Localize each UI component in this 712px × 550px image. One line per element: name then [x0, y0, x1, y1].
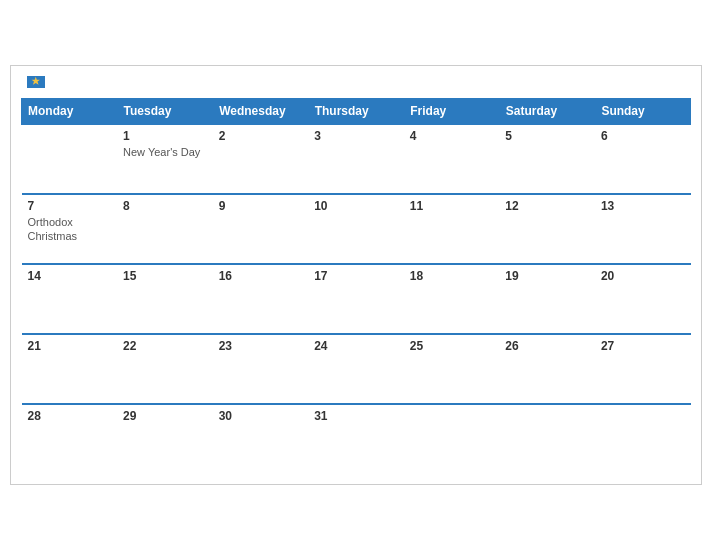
- day-number: 22: [123, 339, 207, 353]
- weekday-header-wednesday: Wednesday: [213, 99, 309, 125]
- calendar-cell: 20: [595, 264, 691, 334]
- day-number: 26: [505, 339, 589, 353]
- calendar-container: MondayTuesdayWednesdayThursdayFridaySatu…: [10, 65, 702, 485]
- calendar-cell: 1New Year's Day: [117, 124, 213, 194]
- calendar-cell: 5: [499, 124, 595, 194]
- week-row-2: 7Orthodox Christmas8910111213: [22, 194, 691, 264]
- calendar-cell: 29: [117, 404, 213, 474]
- day-number: 21: [28, 339, 112, 353]
- calendar-cell: 22: [117, 334, 213, 404]
- calendar-cell: 11: [404, 194, 500, 264]
- weekday-header-saturday: Saturday: [499, 99, 595, 125]
- day-number: 18: [410, 269, 494, 283]
- calendar-header: [21, 76, 691, 88]
- holiday-name: New Year's Day: [123, 145, 207, 159]
- day-number: 10: [314, 199, 398, 213]
- weekday-header-tuesday: Tuesday: [117, 99, 213, 125]
- day-number: 2: [219, 129, 303, 143]
- calendar-cell: 17: [308, 264, 404, 334]
- calendar-cell: 27: [595, 334, 691, 404]
- logo-flag-icon: [27, 76, 45, 88]
- day-number: 13: [601, 199, 685, 213]
- calendar-cell: 28: [22, 404, 118, 474]
- calendar-cell: 19: [499, 264, 595, 334]
- day-number: 3: [314, 129, 398, 143]
- calendar-cell: 12: [499, 194, 595, 264]
- calendar-cell: 7Orthodox Christmas: [22, 194, 118, 264]
- week-row-4: 21222324252627: [22, 334, 691, 404]
- calendar-cell: 26: [499, 334, 595, 404]
- day-number: 1: [123, 129, 207, 143]
- calendar-cell: 6: [595, 124, 691, 194]
- day-number: 30: [219, 409, 303, 423]
- day-number: 14: [28, 269, 112, 283]
- day-number: 17: [314, 269, 398, 283]
- calendar-cell: 9: [213, 194, 309, 264]
- calendar-thead: MondayTuesdayWednesdayThursdayFridaySatu…: [22, 99, 691, 125]
- calendar-cell: [595, 404, 691, 474]
- week-row-5: 28293031: [22, 404, 691, 474]
- day-number: 24: [314, 339, 398, 353]
- calendar-cell: 3: [308, 124, 404, 194]
- weekday-header-friday: Friday: [404, 99, 500, 125]
- calendar-cell: 15: [117, 264, 213, 334]
- day-number: 16: [219, 269, 303, 283]
- weekday-header-sunday: Sunday: [595, 99, 691, 125]
- calendar-cell: 16: [213, 264, 309, 334]
- calendar-cell: 30: [213, 404, 309, 474]
- week-row-1: 1New Year's Day23456: [22, 124, 691, 194]
- day-number: 15: [123, 269, 207, 283]
- calendar-cell: 8: [117, 194, 213, 264]
- weekday-header-thursday: Thursday: [308, 99, 404, 125]
- day-number: 28: [28, 409, 112, 423]
- calendar-cell: 2: [213, 124, 309, 194]
- calendar-cell: 10: [308, 194, 404, 264]
- day-number: 7: [28, 199, 112, 213]
- day-number: 23: [219, 339, 303, 353]
- day-number: 27: [601, 339, 685, 353]
- calendar-cell: [404, 404, 500, 474]
- day-number: 31: [314, 409, 398, 423]
- calendar-cell: [499, 404, 595, 474]
- day-number: 5: [505, 129, 589, 143]
- calendar-cell: 4: [404, 124, 500, 194]
- day-number: 9: [219, 199, 303, 213]
- day-number: 12: [505, 199, 589, 213]
- weekday-header-monday: Monday: [22, 99, 118, 125]
- calendar-cell: 13: [595, 194, 691, 264]
- calendar-cell: 21: [22, 334, 118, 404]
- calendar-cell: 18: [404, 264, 500, 334]
- day-number: 8: [123, 199, 207, 213]
- calendar-cell: 31: [308, 404, 404, 474]
- holiday-name: Orthodox Christmas: [28, 215, 112, 244]
- week-row-3: 14151617181920: [22, 264, 691, 334]
- day-number: 20: [601, 269, 685, 283]
- calendar-cell: 14: [22, 264, 118, 334]
- weekday-header-row: MondayTuesdayWednesdayThursdayFridaySatu…: [22, 99, 691, 125]
- calendar-cell: 23: [213, 334, 309, 404]
- logo: [25, 76, 47, 88]
- calendar-cell: 25: [404, 334, 500, 404]
- calendar-tbody: 1New Year's Day234567Orthodox Christmas8…: [22, 124, 691, 474]
- day-number: 25: [410, 339, 494, 353]
- day-number: 4: [410, 129, 494, 143]
- calendar-cell: 24: [308, 334, 404, 404]
- day-number: 6: [601, 129, 685, 143]
- day-number: 29: [123, 409, 207, 423]
- calendar-cell: [22, 124, 118, 194]
- day-number: 19: [505, 269, 589, 283]
- day-number: 11: [410, 199, 494, 213]
- calendar-table: MondayTuesdayWednesdayThursdayFridaySatu…: [21, 98, 691, 474]
